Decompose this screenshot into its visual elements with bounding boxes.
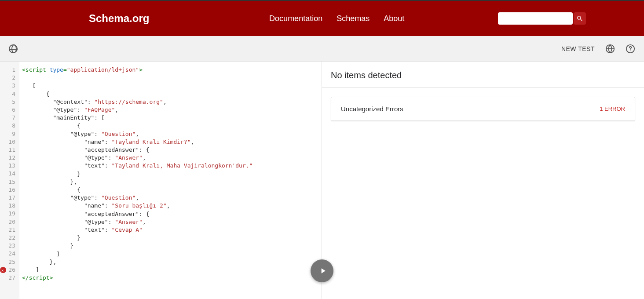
play-icon xyxy=(318,266,327,275)
search-icon xyxy=(576,15,583,22)
toolbar-left xyxy=(9,44,18,53)
search-wrap xyxy=(498,12,586,25)
gutter-line: 20 xyxy=(2,218,15,226)
gutter-line: 23 xyxy=(2,242,15,250)
gutter-line: 25 xyxy=(2,258,15,266)
error-card-count: 1 ERROR xyxy=(600,106,625,112)
language-icon[interactable] xyxy=(605,44,615,54)
gutter-line: 11 xyxy=(2,146,15,154)
run-button[interactable] xyxy=(311,259,333,282)
code-line[interactable]: "@type": "Question", xyxy=(22,194,319,202)
gutter-line: 22 xyxy=(2,234,15,242)
code-line[interactable] xyxy=(22,74,319,82)
code-line[interactable]: { xyxy=(22,186,319,194)
gutter-line: 2 xyxy=(2,74,15,82)
code-line[interactable]: "text": "Tayland Kralı, Maha Vajiralongk… xyxy=(22,162,319,170)
code-line[interactable]: "@type": "Question", xyxy=(22,130,319,138)
nav: Documentation Schemas About xyxy=(176,14,498,23)
main: 1234567891011121314151617181920212223242… xyxy=(0,62,644,299)
code-line[interactable]: [ xyxy=(22,82,319,90)
nav-documentation[interactable]: Documentation xyxy=(269,14,322,23)
nav-about[interactable]: About xyxy=(384,14,404,23)
code-line[interactable]: "text": "Cevap A" xyxy=(22,226,319,234)
gutter-line: 13 xyxy=(2,162,15,170)
header-inner: Schema.org Documentation Schemas About xyxy=(58,12,586,25)
code-line[interactable]: ] xyxy=(22,250,319,258)
code-line[interactable]: "@type": "Answer", xyxy=(22,218,319,226)
gutter-line: 12 xyxy=(2,154,15,162)
code-line[interactable]: { xyxy=(22,90,319,98)
search-button[interactable] xyxy=(574,12,586,25)
gutter-line: 24 xyxy=(2,250,15,258)
toolbar-right: NEW TEST xyxy=(561,44,635,54)
code-line[interactable]: }, xyxy=(22,258,319,266)
error-card[interactable]: Uncategorized Errors 1 ERROR xyxy=(331,97,635,121)
help-icon[interactable] xyxy=(626,44,635,54)
code-line[interactable]: "acceptedAnswer": { xyxy=(22,210,319,218)
code-line[interactable]: "name": "Tayland Kralı Kimdir?", xyxy=(22,138,319,146)
gutter-line: 17 xyxy=(2,194,15,202)
logo[interactable]: Schema.org xyxy=(89,12,149,25)
code-line[interactable]: { xyxy=(22,122,319,130)
search-input[interactable] xyxy=(498,12,573,25)
code-line[interactable]: }, xyxy=(22,178,319,186)
gutter-line: 19 xyxy=(2,210,15,218)
gutter-line: 26 xyxy=(2,266,15,274)
gutter-line: 21 xyxy=(2,226,15,234)
gutter-line: 18 xyxy=(2,202,15,210)
code-line[interactable]: </script> xyxy=(22,274,319,282)
code-line[interactable]: "@type": "Answer", xyxy=(22,154,319,162)
nav-schemas[interactable]: Schemas xyxy=(337,14,370,23)
error-card-title: Uncategorized Errors xyxy=(341,105,403,113)
code-line[interactable]: "name": "Soru başlığı 2", xyxy=(22,202,319,210)
code-line[interactable]: } xyxy=(22,170,319,178)
editor-panel: 1234567891011121314151617181920212223242… xyxy=(0,62,322,299)
results-heading: No items detected xyxy=(322,62,644,88)
code-line[interactable]: "acceptedAnswer": { xyxy=(22,146,319,154)
code-line[interactable]: ] xyxy=(22,266,319,274)
gutter-line: 15 xyxy=(2,178,15,186)
gutter-line: 16 xyxy=(2,186,15,194)
gutter-line: 6 xyxy=(2,106,15,114)
gutter-line: 5 xyxy=(2,98,15,106)
globe-icon[interactable] xyxy=(9,44,18,53)
gutter-line: 14 xyxy=(2,170,15,178)
code-editor[interactable]: <script type="application/ld+json"> [ { … xyxy=(19,62,322,299)
gutter-line: 4 xyxy=(2,90,15,98)
svg-point-2 xyxy=(630,50,630,51)
results-panel: No items detected Uncategorized Errors 1… xyxy=(322,62,644,299)
code-line[interactable]: } xyxy=(22,234,319,242)
gutter-line: 10 xyxy=(2,138,15,146)
code-line[interactable]: "mainEntity": [ xyxy=(22,114,319,122)
new-test-button[interactable]: NEW TEST xyxy=(561,45,595,52)
gutter-line: 3 xyxy=(2,82,15,90)
gutter-line: 1 xyxy=(2,66,15,74)
gutter-line: 9 xyxy=(2,130,15,138)
toolbar: NEW TEST xyxy=(0,36,644,62)
code-line[interactable]: } xyxy=(22,242,319,250)
header: Schema.org Documentation Schemas About xyxy=(0,0,644,36)
editor-gutter: 1234567891011121314151617181920212223242… xyxy=(0,62,19,299)
code-line[interactable]: <script type="application/ld+json"> xyxy=(22,66,319,74)
gutter-line: 7 xyxy=(2,114,15,122)
gutter-line: 27 xyxy=(2,274,15,282)
gutter-line: 8 xyxy=(2,122,15,130)
code-line[interactable]: "@context": "https://schema.org", xyxy=(22,98,319,106)
code-line[interactable]: "@type": "FAQPage", xyxy=(22,106,319,114)
error-mark-icon xyxy=(0,267,6,273)
results-body: Uncategorized Errors 1 ERROR xyxy=(322,88,644,130)
